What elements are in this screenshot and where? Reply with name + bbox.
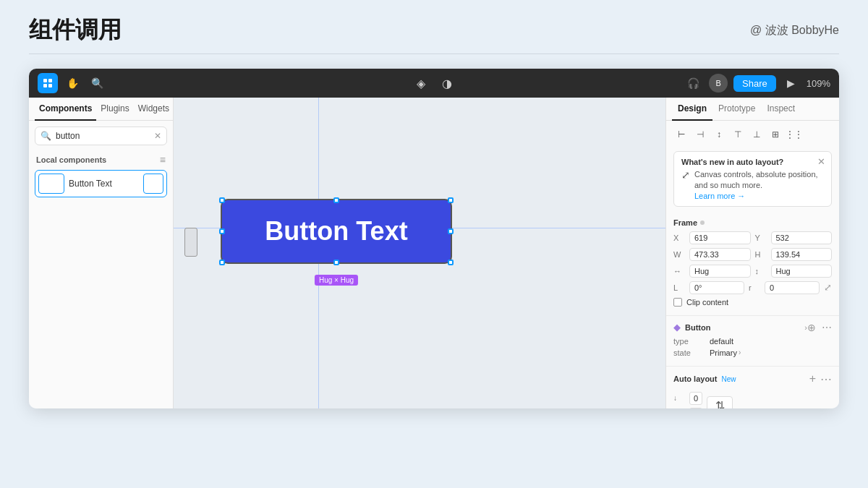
svg-rect-0 <box>43 79 47 82</box>
hug-y-value[interactable]: Hug <box>771 265 833 278</box>
al-gap-controls: ↓ 0 |← 0 <box>673 392 702 408</box>
auto-layout-learn-more[interactable]: Learn more → <box>694 192 824 200</box>
sidebar-search-area: 🔍 ✕ <box>29 121 173 151</box>
component-section: ◆ Button › ⊕ ⋯ type default state Primar… <box>666 316 839 367</box>
al-gap-h-value[interactable]: 0 <box>689 392 702 405</box>
canvas-left-indicator <box>184 228 197 257</box>
component-preview-right <box>143 174 163 194</box>
frame-label: Frame <box>673 218 697 227</box>
headphone-icon[interactable]: 🎧 <box>683 73 703 93</box>
canvas-button-wrapper[interactable]: Button Text Hug × Hug <box>221 199 452 271</box>
auto-layout-banner-body: ⤢ Canvas controls, absolute position, an… <box>681 169 824 200</box>
hug-label: Hug × Hug <box>315 275 358 286</box>
handle-bm[interactable] <box>333 260 339 265</box>
canvas-button-element[interactable]: Button Text <box>221 199 452 264</box>
al-gap-h-label: ↓ <box>673 394 686 402</box>
tab-prototype[interactable]: Prototype <box>712 98 761 121</box>
tab-widgets[interactable]: Widgets <box>134 98 174 121</box>
handle-bl[interactable] <box>219 260 225 265</box>
align-center-h-icon[interactable]: ⊣ <box>692 127 708 142</box>
handle-ml[interactable] <box>219 228 225 234</box>
al-distribute-icon: ⇅ <box>715 399 725 408</box>
handle-tr[interactable] <box>448 197 454 203</box>
state-chevron[interactable]: › <box>739 348 741 356</box>
al-gap-h-row: ↓ 0 <box>673 392 702 405</box>
frame-dot <box>700 221 705 225</box>
page-author: @ 波波 BobbyHe <box>750 23 839 38</box>
search-icon-left: 🔍 <box>41 131 51 141</box>
tab-design[interactable]: Design <box>672 98 712 121</box>
toolbar-right: 🎧 B Share ▶ 109% <box>463 73 830 93</box>
tab-plugins[interactable]: Plugins <box>96 98 133 121</box>
h-value[interactable]: 139.54 <box>771 248 833 261</box>
tab-components[interactable]: Components <box>35 98 96 121</box>
hand-icon[interactable]: ✋ <box>62 73 82 93</box>
auto-layout-more-icon[interactable]: ⋯ <box>820 372 832 386</box>
component-more-icon[interactable]: ⋯ <box>822 322 832 333</box>
align-right-icon[interactable]: ↕ <box>711 127 727 142</box>
hug-row: ↔ Hug ↕ Hug <box>673 265 832 278</box>
svg-rect-2 <box>43 84 47 87</box>
play-button[interactable]: ▶ <box>782 74 801 93</box>
frame-wh-row: W 473.33 H 139.54 <box>673 248 832 261</box>
corner-value[interactable]: 0 <box>765 281 820 294</box>
search-input[interactable] <box>35 127 167 145</box>
frame-section: Frame X 619 Y 532 W 473.33 H 139.54 ↔ <box>666 213 839 316</box>
theme-icon[interactable]: ◑ <box>437 73 457 93</box>
auto-layout-banner-text: Canvas controls, absolute position, and … <box>694 169 824 192</box>
search-icon[interactable]: 🔍 <box>87 73 107 93</box>
align-left-icon[interactable]: ⊢ <box>673 127 689 142</box>
header-divider <box>29 53 839 54</box>
handle-mr[interactable] <box>448 228 454 234</box>
rotation-value[interactable]: 0° <box>689 281 744 294</box>
component-target-icon[interactable]: ⊕ <box>807 322 816 333</box>
hug-x-value[interactable]: Hug <box>689 265 751 278</box>
align-center-v-icon[interactable]: ⊥ <box>749 127 765 142</box>
toolbar-left: ✋ 🔍 <box>38 73 405 93</box>
auto-layout-banner-title: What's new in auto layout? <box>681 158 824 166</box>
canvas[interactable]: Button Text Hug × Hug <box>174 98 665 408</box>
canvas-button-text: Button Text <box>265 216 407 247</box>
expand-icon[interactable]: ⤢ <box>824 282 832 293</box>
state-label: state <box>673 348 710 357</box>
align-top-icon[interactable]: ⊤ <box>730 127 746 142</box>
corner-label: r <box>749 283 760 292</box>
al-distribute-icon-box[interactable]: ⇅ <box>707 396 733 408</box>
state-value: Primary <box>710 348 737 357</box>
component-icon[interactable]: ◈ <box>411 73 431 93</box>
distribute-icon[interactable]: ⋮⋮ <box>786 127 802 142</box>
clip-row: Clip content <box>673 298 832 307</box>
tab-inspect[interactable]: Inspect <box>761 98 801 121</box>
share-button[interactable]: Share <box>733 75 776 92</box>
type-label: type <box>673 337 710 346</box>
y-value[interactable]: 532 <box>771 231 833 244</box>
w-label: W <box>673 250 685 259</box>
search-clear-icon[interactable]: ✕ <box>154 131 161 141</box>
h-label: H <box>755 250 767 259</box>
x-label: X <box>673 234 685 242</box>
al-gap-v-value[interactable]: 0 <box>689 408 702 408</box>
handle-br[interactable] <box>448 260 454 265</box>
main-content: Components Plugins Widgets ⊠ 🔍 ✕ Local c… <box>29 98 839 408</box>
component-icons: ⊕ ⋯ <box>807 322 832 333</box>
right-panel-tabs: Design Prototype Inspect <box>666 98 839 121</box>
svg-rect-3 <box>48 84 52 87</box>
component-item-button[interactable]: Button Text <box>35 170 167 197</box>
local-components-label: Local components <box>36 155 106 164</box>
handle-tl[interactable] <box>219 197 225 203</box>
page-title: 组件调用 <box>29 14 122 46</box>
handle-tm[interactable] <box>333 197 339 203</box>
x-value[interactable]: 619 <box>689 231 751 244</box>
auto-layout-add-icon[interactable]: + <box>809 372 816 385</box>
auto-layout-close-icon[interactable]: ✕ <box>817 156 825 167</box>
w-value[interactable]: 473.33 <box>689 248 751 261</box>
type-row: type default <box>673 337 832 346</box>
zoom-level[interactable]: 109% <box>807 78 830 89</box>
local-components-list-icon[interactable]: ≡ <box>160 154 166 166</box>
align-bottom-icon[interactable]: ⊞ <box>767 127 783 142</box>
grid-icon[interactable] <box>38 73 58 93</box>
diamond-icon: ◆ <box>673 322 681 333</box>
component-name: Button <box>685 323 804 332</box>
frame-title: Frame <box>673 218 832 227</box>
clip-checkbox[interactable] <box>673 298 682 307</box>
